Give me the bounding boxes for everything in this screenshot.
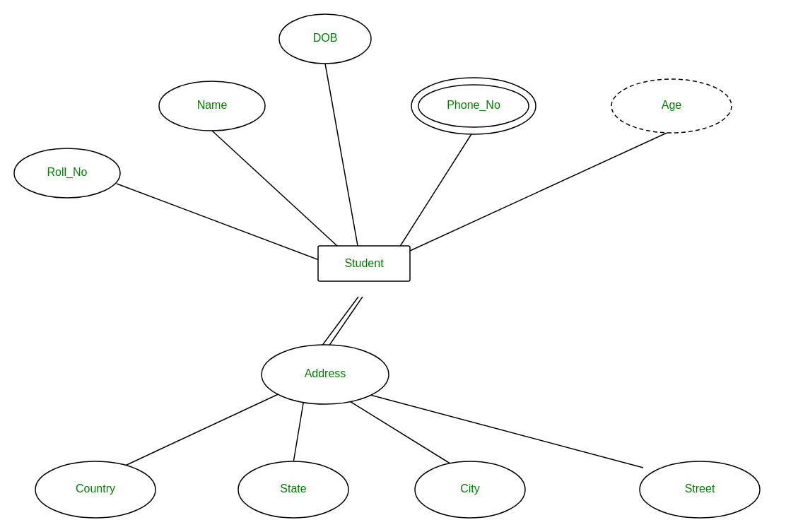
rollno-label: Roll_No (47, 166, 88, 179)
connector-address-country (124, 392, 283, 466)
connector-student-dob (325, 64, 360, 261)
connector-address-city (346, 399, 452, 465)
connector-student-age (410, 131, 671, 251)
connector-student-address-2 (329, 297, 363, 346)
connector-student-address-1 (322, 297, 358, 346)
er-diagram: Student DOB Name Phone_No Age Roll_No Ad… (0, 0, 786, 532)
connector-student-rollno (117, 184, 332, 265)
name-label: Name (197, 99, 228, 111)
country-label: Country (76, 483, 115, 495)
connector-student-name (212, 131, 346, 254)
city-label: City (460, 483, 480, 495)
dob-label: DOB (313, 32, 338, 44)
phoneno-label: Phone_No (447, 99, 500, 112)
connector-address-street (368, 394, 643, 468)
connector-address-state (293, 399, 304, 463)
address-label: Address (305, 367, 346, 379)
street-label: Street (685, 483, 715, 495)
connector-student-phoneno (396, 131, 474, 253)
state-label: State (280, 483, 306, 495)
student-entity-label: Student (344, 257, 384, 269)
age-label: Age (662, 99, 682, 111)
